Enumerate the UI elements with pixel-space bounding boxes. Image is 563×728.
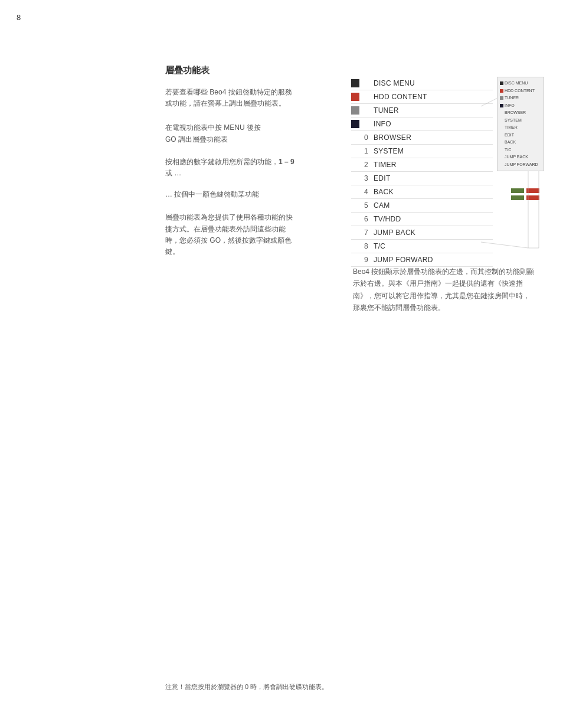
thumbnail-item-4: BROWSER — [500, 109, 541, 117]
thumbnail-item-2: TUNER — [500, 94, 541, 102]
green-color-block — [511, 188, 524, 193]
menu-label-10: TV/HDD — [374, 215, 401, 223]
menu-row-10: 6TV/HDD — [351, 213, 493, 226]
green-color-block-2 — [511, 195, 524, 200]
menu-row-3: INFO — [351, 117, 493, 131]
menu-row-0: DISC MENU — [351, 77, 493, 90]
menu-number-9: 5 — [364, 201, 374, 210]
thumb-label-5: SYSTEM — [505, 117, 522, 124]
bottom-note: 注意！當您按用於瀏覽器的 0 時，將會調出硬碟功能表。 — [165, 682, 328, 693]
thumb-label-6: TIMER — [505, 125, 518, 131]
menu-label-3: INFO — [374, 120, 391, 128]
thumbnail-item-0: DISC MENU — [500, 80, 541, 87]
section-title: 層疊功能表 — [165, 65, 539, 76]
menu-label-0: DISC MENU — [374, 79, 415, 87]
menu-number-6: 2 — [364, 161, 374, 169]
menu-number-11: 7 — [364, 228, 374, 237]
menu-row-1: HDD CONTENT — [351, 90, 493, 104]
menu-row-2: TUNER — [351, 104, 493, 117]
thumb-label-3: INFO — [505, 103, 515, 109]
thumbnail-item-6: TIMER — [500, 124, 541, 132]
menu-label-2: TUNER — [374, 106, 399, 115]
thumbnail-item-11: JUMP FORWARD — [500, 161, 541, 169]
thumbnail-menu: DISC MENUHDD CONTENTTUNERINFOBROWSERSYST… — [497, 77, 544, 171]
menu-label-1: HDD CONTENT — [374, 93, 427, 101]
menu-row-13: 9JUMP FORWARD — [351, 253, 493, 267]
menu-label-11: JUMP BACK — [374, 228, 415, 237]
menu-dot-3 — [351, 120, 359, 128]
thumbnail-item-9: T/C — [500, 146, 541, 154]
red-color-block-2 — [526, 195, 539, 200]
menu-label-5: SYSTEM — [374, 147, 404, 155]
thumbnail-item-7: EDIT — [500, 132, 541, 139]
thumb-label-8: BACK — [505, 139, 516, 146]
menu-row-11: 7JUMP BACK — [351, 226, 493, 240]
menu-dot-0 — [351, 79, 359, 87]
thumb-label-10: JUMP BACK — [505, 154, 528, 161]
thumb-label-11: JUMP FORWARD — [505, 162, 538, 168]
thumb-label-0: DISC MENU — [505, 80, 528, 87]
menu-number-10: 6 — [364, 215, 374, 223]
menu-dot-1 — [351, 93, 359, 101]
intro-text: 若要查看哪些 Beo4 按鈕啓動特定的服務或功能，請在螢幕上調出層疊功能表。 — [165, 87, 295, 109]
menu-row-9: 5CAM — [351, 199, 493, 213]
menu-label-6: TIMER — [374, 161, 397, 169]
menu-row-5: 1SYSTEM — [351, 145, 493, 158]
menu-label-12: T/C — [374, 242, 385, 250]
menu-label-8: BACK — [374, 188, 394, 196]
thumb-label-2: TUNER — [505, 95, 519, 102]
thumb-dot-0 — [500, 81, 503, 85]
thumb-label-7: EDIT — [505, 132, 514, 139]
thumbnail-item-1: HDD CONTENT — [500, 87, 541, 95]
thumb-label-9: T/C — [505, 147, 511, 154]
menu-dot-2 — [351, 106, 359, 115]
thumbnail-item-5: SYSTEM — [500, 117, 541, 125]
description-text: Beo4 按鈕顯示於層疊功能表的左邊，而其控制的功能則顯示於右邊。與本《用戶指南… — [353, 266, 536, 314]
thumbnail-item-10: JUMP BACK — [500, 154, 541, 161]
menu-illustration: DISC MENUHDD CONTENTTUNERINFO0BROWSER1SY… — [351, 77, 493, 267]
thumb-label-4: BROWSER — [505, 110, 526, 116]
menu-row-8: 4BACK — [351, 185, 493, 199]
thumb-dot-3 — [500, 104, 503, 107]
menu-number-7: 3 — [364, 174, 374, 182]
thumb-dot-1 — [500, 89, 503, 93]
menu-number-5: 1 — [364, 147, 374, 155]
menu-row-12: 8T/C — [351, 240, 493, 253]
thumbnail-item-3: INFO — [500, 102, 541, 110]
page-number: 8 — [17, 13, 21, 22]
menu-number-13: 9 — [364, 256, 374, 264]
thumb-label-1: HDD CONTENT — [505, 88, 535, 94]
menu-number-12: 8 — [364, 242, 374, 250]
menu-number-8: 4 — [364, 188, 374, 196]
menu-row-4: 0BROWSER — [351, 131, 493, 145]
menu-label-4: BROWSER — [374, 133, 411, 142]
menu-row-7: 3EDIT — [351, 172, 493, 185]
menu-number-4: 0 — [364, 133, 374, 142]
thumbnail-item-8: BACK — [500, 139, 541, 146]
menu-label-13: JUMP FORWARD — [374, 256, 433, 264]
red-color-block — [526, 188, 539, 193]
thumb-dot-2 — [500, 96, 503, 100]
menu-label-9: CAM — [374, 201, 390, 210]
menu-label-7: EDIT — [374, 174, 391, 182]
color-key-blocks — [511, 188, 539, 200]
instruction-paragraph: 層疊功能表為您提供了使用各種功能的快捷方式。在層疊功能表外訪問這些功能時，您必須… — [165, 212, 295, 257]
menu-row-6: 2TIMER — [351, 158, 493, 172]
